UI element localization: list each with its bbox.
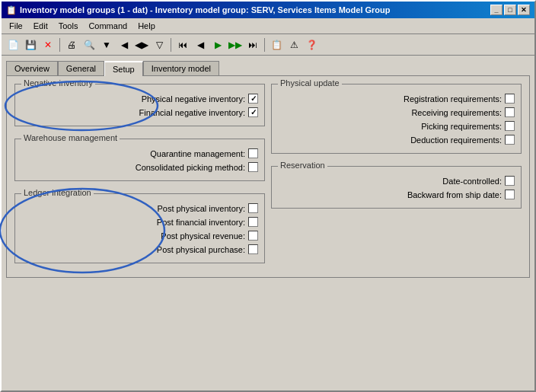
- negative-inventory-title: Negative inventory: [21, 78, 95, 88]
- backward-ship-label: Backward from ship date:: [278, 190, 502, 199]
- deduction-row: Deduction requirements:: [278, 135, 515, 145]
- physical-negative-checkbox[interactable]: ✓: [248, 94, 258, 104]
- negative-inventory-section: Negative inventory Physical negative inv…: [14, 84, 265, 126]
- toolbar-filter[interactable]: ▼: [98, 37, 115, 53]
- toolbar-prev[interactable]: ◀: [192, 37, 209, 53]
- post-financial-inventory-label: Post financial inventory:: [21, 218, 245, 227]
- menu-file[interactable]: File: [5, 20, 27, 32]
- toolbar-sort[interactable]: ◀: [116, 37, 132, 53]
- post-financial-inventory-row: Post financial inventory:: [21, 217, 258, 227]
- toolbar-delete[interactable]: ✕: [40, 37, 56, 53]
- post-financial-inventory-checkbox[interactable]: [248, 217, 258, 227]
- main-layout: Negative inventory Physical negative inv…: [14, 84, 522, 269]
- consolidated-picking-row: Consolidated picking method:: [21, 162, 258, 172]
- tab-inventory-model[interactable]: Inventory model: [143, 61, 219, 76]
- receiving-row: Receiving requirements:: [278, 107, 515, 117]
- content-area: Overview General Setup Inventory model N…: [2, 56, 534, 282]
- receiving-checkbox[interactable]: [505, 107, 515, 117]
- toolbar-next[interactable]: ▶: [209, 37, 226, 53]
- post-physical-revenue-checkbox[interactable]: [248, 231, 258, 241]
- post-physical-inventory-label: Post physical inventory:: [21, 204, 245, 213]
- toolbar: 📄 💾 ✕ 🖨 🔍 ▼ ◀ ◀▶ ▽ ⏮ ◀ ▶ ▶▶ ⏭ 📋 ⚠ ❓: [2, 34, 534, 56]
- tabs: Overview General Setup Inventory model: [6, 60, 530, 75]
- tab-setup[interactable]: Setup: [104, 61, 143, 76]
- financial-negative-check: ✓: [250, 108, 257, 116]
- registration-checkbox[interactable]: [505, 94, 515, 104]
- quarantine-checkbox[interactable]: [248, 148, 258, 158]
- receiving-label: Receiving requirements:: [278, 108, 502, 117]
- toolbar-sep-3: [264, 38, 265, 52]
- post-physical-inventory-checkbox[interactable]: [248, 203, 258, 213]
- post-physical-purchase-checkbox[interactable]: [248, 244, 258, 254]
- close-button[interactable]: ✕: [518, 5, 530, 15]
- title-bar-left: 📋 Inventory model groups (1 - dat) - Inv…: [6, 5, 391, 15]
- financial-negative-label: Financial negative inventory:: [21, 108, 245, 117]
- consolidated-picking-label: Consolidated picking method:: [21, 163, 245, 172]
- ledger-integration-section: Ledger integration Post physical invento…: [14, 193, 265, 263]
- picking-row: Picking requirements:: [278, 121, 515, 131]
- physical-negative-check: ✓: [250, 94, 257, 103]
- picking-checkbox[interactable]: [505, 121, 515, 131]
- physical-negative-label: Physical negative inventory:: [21, 94, 245, 104]
- toolbar-print[interactable]: 🖨: [63, 37, 80, 53]
- registration-label: Registration requirements:: [278, 94, 502, 104]
- maximize-button[interactable]: □: [504, 5, 516, 15]
- physical-update-title: Physical update: [278, 78, 342, 88]
- toolbar-save[interactable]: 💾: [22, 37, 39, 53]
- toolbar-arrow3[interactable]: ▽: [151, 37, 168, 53]
- ledger-integration-title: Ledger integration: [21, 188, 94, 197]
- menu-bar: File Edit Tools Command Help: [2, 18, 534, 34]
- menu-tools[interactable]: Tools: [54, 20, 83, 32]
- warehouse-management-section: Warehouse management Quarantine manageme…: [14, 139, 265, 181]
- date-controlled-label: Date-controlled:: [278, 177, 502, 186]
- toolbar-next2[interactable]: ▶▶: [227, 37, 244, 53]
- backward-ship-row: Backward from ship date:: [278, 190, 515, 199]
- consolidated-picking-checkbox[interactable]: [248, 162, 258, 172]
- date-controlled-row: Date-controlled:: [278, 176, 515, 186]
- right-column: Physical update Registration requirement…: [271, 84, 522, 269]
- deduction-label: Deduction requirements:: [278, 135, 502, 145]
- window-title: Inventory model groups (1 - dat) - Inven…: [20, 5, 391, 14]
- toolbar-help[interactable]: ❓: [303, 37, 320, 53]
- tab-general[interactable]: General: [58, 61, 104, 76]
- toolbar-new[interactable]: 📄: [5, 37, 21, 53]
- backward-ship-checkbox[interactable]: [505, 190, 515, 199]
- title-bar: 📋 Inventory model groups (1 - dat) - Inv…: [2, 2, 534, 18]
- quarantine-row: Quarantine management:: [21, 148, 258, 158]
- physical-update-section: Physical update Registration requirement…: [271, 84, 522, 154]
- menu-help[interactable]: Help: [133, 20, 160, 32]
- main-window: 📋 Inventory model groups (1 - dat) - Inv…: [0, 0, 536, 392]
- financial-negative-row: Financial negative inventory: ✓: [21, 107, 258, 117]
- post-physical-revenue-label: Post physical revenue:: [21, 231, 245, 241]
- picking-label: Picking requirements:: [278, 122, 502, 131]
- menu-command[interactable]: Command: [84, 20, 132, 32]
- tab-overview[interactable]: Overview: [6, 61, 58, 76]
- deduction-checkbox[interactable]: [505, 135, 515, 145]
- date-controlled-checkbox[interactable]: [505, 176, 515, 186]
- window-icon: 📋: [6, 5, 17, 15]
- reservation-section: Reservation Date-controlled: Backward fr…: [271, 166, 522, 209]
- reservation-title: Reservation: [278, 161, 327, 170]
- toolbar-sep-2: [171, 38, 171, 52]
- post-physical-revenue-row: Post physical revenue:: [21, 231, 258, 241]
- toolbar-warn[interactable]: ⚠: [286, 37, 302, 53]
- warehouse-management-title: Warehouse management: [21, 133, 120, 142]
- post-physical-inventory-row: Post physical inventory:: [21, 203, 258, 213]
- registration-row: Registration requirements:: [278, 94, 515, 104]
- toolbar-copy[interactable]: 📋: [268, 37, 285, 53]
- post-physical-purchase-row: Post physical purchase:: [21, 244, 258, 254]
- tab-content: Negative inventory Physical negative inv…: [6, 75, 530, 278]
- toolbar-sort2[interactable]: ◀▶: [133, 37, 150, 53]
- quarantine-label: Quarantine management:: [21, 149, 245, 158]
- toolbar-find[interactable]: 🔍: [81, 37, 97, 53]
- title-bar-controls: _ □ ✕: [490, 5, 530, 15]
- toolbar-sep-1: [59, 38, 60, 52]
- left-column: Negative inventory Physical negative inv…: [14, 84, 265, 269]
- minimize-button[interactable]: _: [490, 5, 502, 15]
- menu-edit[interactable]: Edit: [29, 20, 53, 32]
- post-physical-purchase-label: Post physical purchase:: [21, 245, 245, 254]
- financial-negative-checkbox[interactable]: ✓: [248, 107, 258, 117]
- toolbar-last[interactable]: ⏭: [244, 37, 261, 53]
- toolbar-first[interactable]: ⏮: [174, 37, 191, 53]
- physical-negative-row: Physical negative inventory: ✓: [21, 94, 258, 104]
